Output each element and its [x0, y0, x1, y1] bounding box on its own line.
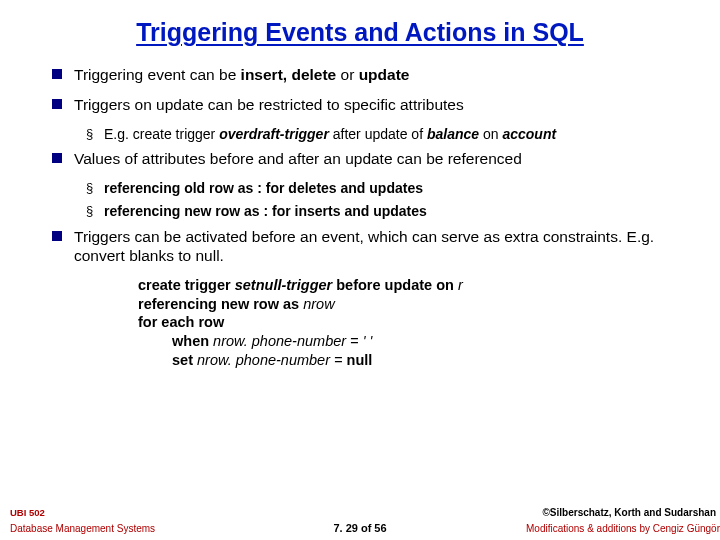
footer-right-bottom: Modifications & additions by Cengiz Güng…: [526, 523, 720, 534]
cl1d: r: [458, 277, 463, 293]
code-line-2: referencing new row as nrow: [138, 295, 680, 314]
b3s1-post: : for deletes and updates: [253, 180, 423, 196]
cl3: for each row: [138, 314, 224, 330]
code-block: create trigger setnull-trigger before up…: [138, 276, 680, 369]
b2s-on: on: [483, 126, 502, 142]
bullet-1-text-b: or: [341, 66, 359, 83]
slide-body: Triggering event can be insert, delete o…: [0, 57, 720, 369]
bullet-2: Triggers on update can be restricted to …: [52, 95, 680, 114]
bullet-1-bold-a: insert, delete: [241, 66, 341, 83]
cl5b: nrow. phone-number =: [197, 352, 347, 368]
b2s-bal: balance: [427, 126, 483, 142]
bullet-2-text: Triggers on update can be restricted to …: [74, 96, 464, 113]
b3s1-pre: referencing old row as: [104, 180, 253, 196]
footer-left-top: UBI 502: [10, 507, 45, 518]
footer-right-top: ©Silberschatz, Korth and Sudarshan: [542, 507, 716, 518]
cl1a: create trigger: [138, 277, 235, 293]
cl4a: when: [172, 333, 213, 349]
code-line-3: for each row: [138, 313, 680, 332]
cl2b: nrow: [303, 296, 334, 312]
bullet-3-text: Values of attributes before and after an…: [74, 150, 522, 167]
b2s-trigger: overdraft-trigger: [219, 126, 333, 142]
cl5c: null: [347, 352, 373, 368]
b2s-pre: E.g. create trigger: [104, 126, 219, 142]
cl1c: before update on: [336, 277, 458, 293]
bullet-3: Values of attributes before and after an…: [52, 149, 680, 168]
b2s-mid: after update of: [333, 126, 427, 142]
footer: UBI 502 Database Management Systems 7. 2…: [0, 500, 720, 540]
bullet-1: Triggering event can be insert, delete o…: [52, 65, 680, 84]
cl4c: ' ': [363, 333, 373, 349]
cl5a: set: [172, 352, 197, 368]
footer-left-bottom: Database Management Systems: [10, 523, 155, 534]
bullet-4: Triggers can be activated before an even…: [52, 227, 680, 266]
code-line-1: create trigger setnull-trigger before up…: [138, 276, 680, 295]
cl1b: setnull-trigger: [235, 277, 337, 293]
b3s2-pre: referencing new row as: [104, 203, 260, 219]
code-line-5: set nrow. phone-number = null: [172, 351, 680, 370]
bullet-3-sub-1: referencing old row as : for deletes and…: [86, 180, 680, 198]
cl2a: referencing new row as: [138, 296, 303, 312]
b3s2-post: : for inserts and updates: [260, 203, 427, 219]
footer-center: 7. 29 of 56: [333, 522, 386, 534]
b2s-acct: account: [502, 126, 556, 142]
bullet-4-text: Triggers can be activated before an even…: [74, 228, 654, 264]
bullet-1-bold-b: update: [359, 66, 410, 83]
bullet-3-sub-2: referencing new row as : for inserts and…: [86, 203, 680, 221]
bullet-1-text-a: Triggering event can be: [74, 66, 241, 83]
cl4b: nrow. phone-number =: [213, 333, 363, 349]
code-line-4: when nrow. phone-number = ' ': [172, 332, 680, 351]
slide: Triggering Events and Actions in SQL Tri…: [0, 0, 720, 540]
slide-title: Triggering Events and Actions in SQL: [0, 0, 720, 57]
bullet-2-sub: E.g. create trigger overdraft-trigger af…: [86, 126, 680, 144]
